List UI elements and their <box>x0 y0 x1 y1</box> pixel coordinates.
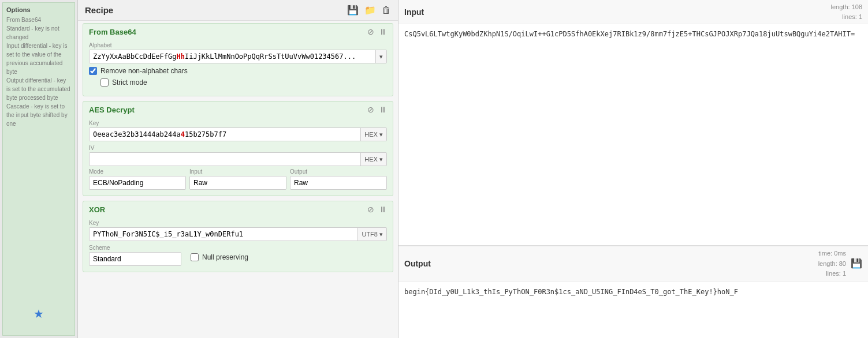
recipe-panel: Recipe 💾 📁 🗑 From Base64 ⊘ ⏸ Alphabet <box>78 0 398 338</box>
aes-iv-input-wrapper: HEX ▾ <box>89 152 387 166</box>
from-base64-title: From Base64 <box>89 28 136 36</box>
aes-output-label: Output <box>290 168 387 175</box>
folder-recipe-icon[interactable]: 📁 <box>364 5 376 16</box>
xor-pause-icon[interactable]: ⏸ <box>379 205 387 214</box>
strict-mode-label: Strict mode <box>112 78 147 87</box>
input-length-label: length: <box>831 3 852 10</box>
aes-decrypt-pause-icon[interactable]: ⏸ <box>379 105 387 114</box>
output-time-label: time: <box>818 250 834 257</box>
from-base64-pause-icon[interactable]: ⏸ <box>379 27 387 36</box>
aes-key-value[interactable]: 0eeac3e32b31444ab244a415b275b7f7 <box>90 128 360 141</box>
xor-key-label: Key <box>89 220 387 226</box>
aes-iv-input[interactable] <box>90 153 360 166</box>
aes-decrypt-body: Key 0eeac3e32b31444ab244a415b275b7f7 HEX… <box>83 118 393 196</box>
aes-key-input-wrapper: 0eeac3e32b31444ab244a415b275b7f7 HEX ▾ <box>89 127 387 141</box>
output-panel-title: Output <box>404 259 431 268</box>
input-panel-header: Input length: 108 lines: 1 <box>398 0 868 24</box>
aes-decrypt-block: AES Decrypt ⊘ ⏸ Key 0eeac3e32b31444ab244… <box>83 101 393 196</box>
input-length-value: 108 <box>852 3 862 10</box>
output-meta-text: time: 0ms length: 80 lines: 1 <box>818 249 846 279</box>
null-preserving-checkbox[interactable] <box>191 253 199 261</box>
aes-input-input-wrapper: Raw <box>189 176 286 190</box>
output-length-label: length: <box>818 260 839 267</box>
output-time-value: 0ms <box>834 250 846 257</box>
aes-mode-input-wrapper: ECB/NoPadding <box>89 176 186 190</box>
xor-disable-icon[interactable]: ⊘ <box>367 205 374 214</box>
left-sidebar: Options From Base64 Standard - key is no… <box>0 0 78 338</box>
aes-input-field: Input Raw <box>189 168 286 190</box>
from-base64-body: Alphabet ZzYyXxAaBbCcDdEeFfGgHhIiJjKkLlM… <box>83 40 393 96</box>
input-panel-content[interactable]: CsQ5vL6LTwtgKyW0bdZKhpN1S/OqiLwI++G1cPD5… <box>398 24 868 245</box>
aes-mode-label: Mode <box>89 168 186 175</box>
from-base64-checkboxes: Remove non-alphabet chars Strict mode <box>89 67 387 90</box>
alphabet-input-wrapper: ZzYyXxAaBbCcDdEeFfGgHhIiJjKkLlMmNnOoPpQq… <box>89 50 387 63</box>
aes-mode-row: Mode ECB/NoPadding Input Raw Output <box>89 168 387 190</box>
output-panel-meta: time: 0ms length: 80 lines: 1 💾 <box>818 249 862 279</box>
xor-title: XOR <box>89 205 105 214</box>
xor-body: Key PYThoN_For3N5IC$_i5_r3aL1Y_w0nDERfu1… <box>83 217 393 272</box>
output-panel-content[interactable]: begin{DId_y0U_L1k3_thIs_PyThON_F0R3n$1cs… <box>398 282 868 338</box>
xor-block: XOR ⊘ ⏸ Key PYThoN_For3N5IC$_i5_r3aL1Y_w… <box>83 201 393 272</box>
strict-mode-checkbox[interactable] <box>100 78 109 87</box>
delete-recipe-icon[interactable]: 🗑 <box>382 5 391 16</box>
input-lines-label: lines: <box>842 13 859 20</box>
aes-key-format-btn[interactable]: HEX ▾ <box>360 128 386 141</box>
input-panel-meta: length: 108 lines: 1 <box>831 2 862 21</box>
xor-scheme-label: Scheme <box>89 245 181 251</box>
input-content: CsQ5vL6LTwtgKyW0bdZKhpN1S/OqiLwI++G1cPD5… <box>404 30 855 38</box>
aes-decrypt-title: AES Decrypt <box>89 106 135 114</box>
null-preserving-label: Null preserving <box>202 253 248 261</box>
input-lines-value: 1 <box>859 13 862 20</box>
aes-decrypt-controls: ⊘ ⏸ <box>367 105 387 114</box>
from-base64-header: From Base64 ⊘ ⏸ <box>83 24 393 40</box>
xor-options-row: Scheme Standard Null preserving <box>89 245 387 266</box>
aes-mode-value[interactable]: ECB/NoPadding <box>90 176 185 189</box>
star-icon[interactable]: ★ <box>33 307 44 321</box>
strict-mode-row: Strict mode <box>100 78 147 87</box>
aes-input-label: Input <box>189 168 286 175</box>
from-base64-controls: ⊘ ⏸ <box>367 27 387 36</box>
aes-iv-label: IV <box>89 145 387 151</box>
recipe-content: From Base64 ⊘ ⏸ Alphabet ZzYyXxAaBbCcDdE… <box>78 21 398 338</box>
input-panel-title: Input <box>404 7 424 17</box>
alphabet-value[interactable]: ZzYyXxAaBbCcDdEeFfGgHhIiJjKkLlMmNnOoPpQq… <box>90 50 375 63</box>
remove-non-alphabet-row: Remove non-alphabet chars <box>89 67 387 75</box>
output-lines-value: 1 <box>843 270 846 277</box>
sidebar-options-label: Options <box>6 6 71 13</box>
output-panel: Output time: 0ms length: 80 lines: 1 💾 b… <box>398 246 868 338</box>
xor-scheme-input-wrapper: Standard <box>89 252 181 266</box>
aes-input-value[interactable]: Raw <box>190 176 286 189</box>
remove-non-alphabet-checkbox[interactable] <box>89 67 97 75</box>
aes-output-field: Output Raw <box>290 168 387 190</box>
alphabet-label: Alphabet <box>89 42 387 48</box>
output-panel-header: Output time: 0ms length: 80 lines: 1 💾 <box>398 246 868 282</box>
sidebar-options-panel: Options From Base64 Standard - key is no… <box>2 2 75 336</box>
xor-key-input-wrapper: PYThoN_For3N5IC$_i5_r3aL1Y_w0nDERfu1 UTF… <box>89 227 387 241</box>
recipe-header: Recipe 💾 📁 🗑 <box>78 0 398 21</box>
remove-non-alphabet-label: Remove non-alphabet chars <box>100 67 188 75</box>
aes-iv-format-btn[interactable]: HEX ▾ <box>360 153 386 166</box>
alphabet-dropdown-btn[interactable]: ▾ <box>375 50 386 63</box>
xor-key-field-group: Key PYThoN_For3N5IC$_i5_r3aL1Y_w0nDERfu1… <box>89 220 387 241</box>
output-lines-label: lines: <box>826 270 843 277</box>
xor-scheme-value[interactable]: Standard <box>90 253 181 265</box>
sidebar-options-text: From Base64 Standard - key is not change… <box>6 16 71 128</box>
from-base64-block: From Base64 ⊘ ⏸ Alphabet ZzYyXxAaBbCcDdE… <box>83 23 393 96</box>
xor-header: XOR ⊘ ⏸ <box>83 201 393 217</box>
recipe-header-icons: 💾 📁 🗑 <box>347 5 391 16</box>
null-preserving-row: Null preserving <box>191 253 248 261</box>
xor-controls: ⊘ ⏸ <box>367 205 387 214</box>
input-panel: Input length: 108 lines: 1 CsQ5vL6LTwtgK… <box>398 0 868 246</box>
aes-iv-field-group: IV HEX ▾ <box>89 145 387 166</box>
xor-key-format-btn[interactable]: UTF8 ▾ <box>357 228 386 241</box>
aes-key-field-group: Key 0eeac3e32b31444ab244a415b275b7f7 HEX… <box>89 120 387 141</box>
output-save-icon[interactable]: 💾 <box>851 257 862 271</box>
aes-output-value[interactable]: Raw <box>290 176 386 189</box>
output-content: begin{DId_y0U_L1k3_thIs_PyThON_F0R3n$1cs… <box>404 288 738 296</box>
xor-key-value[interactable]: PYThoN_For3N5IC$_i5_r3aL1Y_w0nDERfu1 <box>90 228 357 241</box>
output-length-value: 80 <box>839 260 846 267</box>
recipe-title: Recipe <box>85 5 113 15</box>
save-recipe-icon[interactable]: 💾 <box>347 5 359 16</box>
from-base64-disable-icon[interactable]: ⊘ <box>367 27 374 36</box>
aes-decrypt-disable-icon[interactable]: ⊘ <box>367 105 374 114</box>
